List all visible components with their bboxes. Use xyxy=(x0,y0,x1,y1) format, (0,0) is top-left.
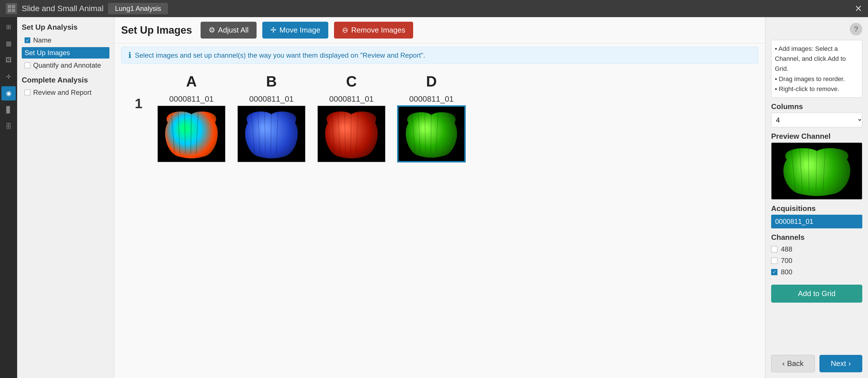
acquisitions-label: Acquisitions xyxy=(771,204,862,213)
info-icon: ℹ xyxy=(128,50,131,60)
titlebar: Slide and Small Animal Lung1 Analysis ✕ xyxy=(0,0,868,17)
channels-label: Channels xyxy=(771,233,862,242)
grid-row-1: 1 A 0000811_01 B 0000811_01 xyxy=(131,73,748,163)
image-thumb-b1[interactable] xyxy=(237,105,306,163)
gear-icon: ⚙ xyxy=(209,26,215,35)
back-button[interactable]: ‹ Back xyxy=(771,355,815,372)
image-cell-d1[interactable]: 0000811_01 xyxy=(397,95,466,163)
quantify-checkbox xyxy=(25,63,30,68)
nav-item-review-label: Review and Report xyxy=(33,89,91,97)
minus-circle-icon: ⊖ xyxy=(342,26,348,35)
sidebar-slides-icon[interactable]: ▦ xyxy=(1,37,16,51)
nav-item-quantify-label: Quantify and Annotate xyxy=(33,61,101,69)
col-letter-a: A xyxy=(186,73,197,90)
sidebar-database-icon[interactable]: 🗄 xyxy=(1,119,16,134)
help-button[interactable]: ? xyxy=(850,23,862,35)
app-icon xyxy=(6,3,17,14)
preview-image xyxy=(771,142,862,200)
adjust-all-button[interactable]: ⚙ Adjust All xyxy=(200,22,256,39)
nav-item-name-label: Name xyxy=(33,36,52,44)
image-label-b1: 0000811_01 xyxy=(249,95,294,104)
sidebar-images-icon[interactable]: 🖼 xyxy=(1,53,16,67)
svg-rect-2 xyxy=(8,9,11,12)
image-cell-a1[interactable]: 0000811_01 xyxy=(157,95,226,163)
col-letter-d: D xyxy=(426,73,437,90)
grid-col-d: D 0000811_01 xyxy=(397,73,466,163)
image-thumb-c1[interactable] xyxy=(317,105,386,163)
svg-rect-3 xyxy=(12,9,15,12)
help-line-1: • Add images: Select a Channel, and clic… xyxy=(775,44,859,74)
name-checkbox: ✓ xyxy=(25,37,30,43)
image-thumb-d1[interactable] xyxy=(397,105,466,163)
nav-item-review[interactable]: Review and Report xyxy=(22,87,110,98)
panel-bottom: ‹ Back Next › xyxy=(771,355,862,372)
info-text: Select images and set up channel(s) the … xyxy=(135,51,425,59)
nav-item-name[interactable]: ✓ Name xyxy=(22,35,110,46)
sidebar-home-icon[interactable]: ⊞ xyxy=(1,20,16,34)
channel-488-checkbox[interactable] xyxy=(771,246,777,252)
grid-col-a: A 0000811_01 xyxy=(157,73,226,163)
grid-col-b: B 0000811_01 xyxy=(237,73,306,163)
image-cell-b1[interactable]: 0000811_01 xyxy=(237,95,306,163)
image-label-c1: 0000811_01 xyxy=(329,95,374,104)
nav-panel: Set Up Analysis ✓ Name Set Up Images Qua… xyxy=(17,17,114,378)
move-image-button[interactable]: ✛ Move Image xyxy=(262,22,328,39)
row-label-1: 1 xyxy=(131,73,146,111)
columns-label: Columns xyxy=(771,102,862,111)
image-thumb-a1[interactable] xyxy=(157,105,226,163)
channel-700-label: 700 xyxy=(781,257,792,265)
page-title: Set Up Images xyxy=(121,24,192,36)
grid-col-c: C 0000811_01 xyxy=(317,73,386,163)
image-label-d1: 0000811_01 xyxy=(409,95,454,104)
col-letter-b: B xyxy=(266,73,277,90)
channel-488-label: 488 xyxy=(781,245,792,253)
complete-section-title: Complete Analysis xyxy=(22,76,110,84)
help-line-3: • Right-click to remove. xyxy=(775,84,859,94)
channel-item-700[interactable]: 700 xyxy=(771,255,862,266)
sidebar-barchart-icon[interactable]: ▊ xyxy=(1,103,16,117)
info-bar: ℹ Select images and set up channel(s) th… xyxy=(121,47,758,64)
remove-images-button[interactable]: ⊖ Remove Images xyxy=(334,22,413,39)
move-icon: ✛ xyxy=(270,26,277,35)
sidebar-chart-icon[interactable]: ◉ xyxy=(1,86,16,101)
review-checkbox xyxy=(25,90,30,95)
right-panel: ? • Add images: Select a Channel, and cl… xyxy=(765,17,868,378)
nav-item-setup-images[interactable]: Set Up Images xyxy=(22,47,110,59)
channel-item-800[interactable]: ✓ 800 xyxy=(771,266,862,278)
help-text-box: • Add images: Select a Channel, and clic… xyxy=(771,40,862,98)
help-line-2: • Drag images to reorder. xyxy=(775,74,859,84)
svg-rect-0 xyxy=(8,5,11,8)
image-grid-area: 1 A 0000811_01 B 0000811_01 xyxy=(114,67,765,378)
add-to-grid-button[interactable]: Add to Grid xyxy=(771,285,862,303)
acquisition-item-1[interactable]: 0000811_01 xyxy=(771,215,862,229)
nav-item-setup-images-label: Set Up Images xyxy=(25,49,70,57)
back-chevron-icon: ‹ xyxy=(782,359,785,368)
nav-item-quantify[interactable]: Quantify and Annotate xyxy=(22,60,110,71)
channel-item-488[interactable]: 488 xyxy=(771,244,862,255)
channel-800-label: 800 xyxy=(781,268,792,276)
channel-700-checkbox[interactable] xyxy=(771,257,777,264)
setup-section-title: Set Up Analysis xyxy=(22,23,110,32)
col-letter-c: C xyxy=(346,73,357,90)
channel-800-checkbox[interactable]: ✓ xyxy=(771,269,777,275)
content-header: Set Up Images ⚙ Adjust All ✛ Move Image … xyxy=(114,17,765,43)
sidebar-crosshair-icon[interactable]: ✛ xyxy=(1,70,16,84)
image-cell-c1[interactable]: 0000811_01 xyxy=(317,95,386,163)
svg-rect-1 xyxy=(12,5,15,8)
columns-select[interactable]: 4 1 2 3 5 6 xyxy=(771,113,862,127)
preview-channel-label: Preview Channel xyxy=(771,132,862,141)
next-chevron-icon: › xyxy=(848,359,851,368)
content-area: Set Up Images ⚙ Adjust All ✛ Move Image … xyxy=(114,17,765,378)
next-button[interactable]: Next › xyxy=(819,355,863,372)
icon-sidebar: ⊞ ▦ 🖼 ✛ ◉ ▊ 🗄 xyxy=(0,17,17,378)
app-title: Slide and Small Animal xyxy=(22,4,103,13)
analysis-tab[interactable]: Lung1 Analysis xyxy=(108,3,168,14)
image-label-a1: 0000811_01 xyxy=(169,95,214,104)
close-button[interactable]: ✕ xyxy=(855,3,862,14)
